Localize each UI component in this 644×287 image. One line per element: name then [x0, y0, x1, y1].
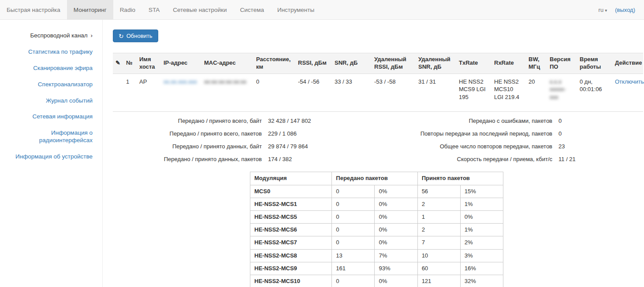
station-distance: 0	[253, 74, 295, 112]
sidebar-item-traffic-stats[interactable]: Статистика по трафику	[0, 44, 102, 60]
modulation-col-tx: Передано пакетов	[332, 172, 417, 185]
nav-tabs: Быстрая настройка Мониторинг Radio STA С…	[0, 0, 321, 19]
modulation-row: HE-NSS2-MCS7 0 0% 7 2%	[250, 236, 503, 249]
modulation-row: HE-NSS2-MCS9 161 93% 60 16%	[250, 262, 503, 275]
station-row: 1 AP xx.xx.xxx.xxx xx:xx:xx:xx:xx:xx 0 -…	[113, 74, 643, 112]
traffic-stats-right: Передано с ошибками, пакетов 0 Повторы п…	[362, 114, 643, 166]
station-num: 1	[123, 74, 137, 112]
tab-tools[interactable]: Инструменты	[271, 0, 321, 19]
stat-row: Общее число повторов передачи, пакетов 2…	[362, 140, 643, 153]
col-header-snr: SNR, дБ	[332, 53, 372, 74]
col-header-distance: Расстояние, км	[253, 53, 295, 74]
sidebar-item-network-info[interactable]: Сетевая информация	[0, 109, 102, 125]
modulation-row: HE-NSS2-MCS10 0 0% 121 32%	[250, 275, 503, 287]
stat-value: 229 / 1 086	[268, 127, 311, 140]
main-content: ↻ Обновить ✎ № Имя хоста IP-адрес MAC-ад…	[103, 20, 644, 287]
modulation-table: Модуляция Передано пакетов Принято пакет…	[250, 172, 503, 287]
language-dropdown[interactable]: ru▾	[599, 7, 607, 13]
stat-row: Передано / принято данных, пакетов 174 /…	[113, 153, 311, 166]
modulation-col-name: Модуляция	[250, 172, 332, 185]
stat-label: Общее число повторов передачи, пакетов	[362, 140, 558, 153]
station-remote-snr: 31 / 31	[416, 74, 456, 112]
refresh-icon: ↻	[119, 33, 124, 39]
stat-row: Передано / принято всего, байт 32 428 / …	[113, 114, 311, 127]
stat-value: 23	[558, 140, 643, 153]
sidebar-item-radio-interfaces-info[interactable]: Информация о радиоинтерфейсах	[0, 125, 102, 149]
stat-label: Передано / принято данных, пакетов	[113, 153, 268, 166]
stat-label: Передано с ошибками, пакетов	[362, 114, 558, 127]
stat-label: Передано / принято всего, байт	[113, 114, 268, 127]
stat-row: Передано с ошибками, пакетов 0	[362, 114, 643, 127]
stat-label: Скорость передачи / приема, кбит/с	[362, 153, 558, 166]
sidebar-item-event-log[interactable]: Журнал событий	[0, 93, 102, 109]
tab-sta[interactable]: STA	[142, 0, 166, 19]
station-bw: 20	[526, 74, 547, 112]
tab-network-settings[interactable]: Сетевые настройки	[166, 0, 233, 19]
stations-table: ✎ № Имя хоста IP-адрес MAC-адрес Расстоя…	[113, 53, 643, 112]
modulation-row: HE-NSS2-MCS5 0 0% 1 0%	[250, 210, 503, 223]
station-host: AP	[137, 74, 161, 112]
stat-row: Скорость передачи / приема, кбит/с 11 / …	[362, 153, 643, 166]
modulation-header-row: Модуляция Передано пакетов Принято пакет…	[250, 172, 503, 185]
modulation-col-rx: Принято пакетов	[417, 172, 503, 185]
stat-label: Передано / принято всего, пакетов	[113, 127, 268, 140]
tab-monitoring[interactable]: Мониторинг	[67, 0, 113, 19]
stations-header-row: ✎ № Имя хоста IP-адрес MAC-адрес Расстоя…	[113, 53, 643, 74]
stat-value: 0	[558, 114, 643, 127]
edit-column-header: ✎	[113, 53, 123, 74]
station-snr: 33 / 33	[332, 74, 372, 112]
station-version: x.x.x xxxxx-xxx	[547, 74, 577, 112]
disconnect-link[interactable]: Отключить	[615, 78, 644, 85]
sidebar-item-wireless-channel[interactable]: Беспроводной канал ›	[0, 28, 102, 44]
stat-row: Передано / принято всего, пакетов 229 / …	[113, 127, 311, 140]
sidebar-item-device-info[interactable]: Информация об устройстве	[0, 149, 102, 165]
station-rxrate: HE NSS2 MCS10 LGI 219.4	[491, 74, 526, 112]
refresh-button[interactable]: ↻ Обновить	[113, 29, 158, 42]
modulation-row: MCS0 0 0% 56 15%	[250, 185, 503, 198]
station-ip-link[interactable]: xx.xx.xxx.xxx	[164, 78, 197, 85]
traffic-stats-left: Передано / принято всего, байт 32 428 / …	[113, 114, 362, 166]
col-header-txrate: TxRate	[456, 53, 491, 74]
traffic-stats: Передано / принято всего, байт 32 428 / …	[113, 114, 643, 166]
stat-row: Передано / принято данных, байт 29 874 /…	[113, 140, 311, 153]
stat-label: Передано / принято данных, байт	[113, 140, 268, 153]
stat-value: 29 874 / 79 864	[268, 140, 311, 153]
col-header-version: Версия ПО	[547, 53, 577, 74]
station-txrate: HE NSS2 MCS9 LGI 195	[456, 74, 491, 112]
col-header-ip: IP-адрес	[161, 53, 201, 74]
stat-value: 0	[558, 127, 643, 140]
caret-down-icon: ▾	[605, 8, 607, 13]
station-ip: xx.xx.xxx.xxx	[161, 74, 201, 112]
col-header-rssi: RSSI, дБм	[295, 53, 332, 74]
modulation-row: HE-NSS2-MCS8 13 7% 10 3%	[250, 249, 503, 262]
page-layout: Беспроводной канал › Статистика по трафи…	[0, 20, 644, 287]
sidebar-item-spectrum-analyzer[interactable]: Спектроанализатор	[0, 77, 102, 93]
stat-value: 174 / 382	[268, 153, 311, 166]
col-header-bw: BW, МГц	[526, 53, 547, 74]
refresh-button-label: Обновить	[127, 33, 153, 39]
tab-quick-setup[interactable]: Быстрая настройка	[0, 0, 67, 19]
pencil-icon[interactable]: ✎	[115, 59, 120, 66]
col-header-remote-rssi: Удаленный RSSI, дБм	[372, 53, 416, 74]
chevron-right-icon: ›	[91, 32, 93, 39]
navbar-right: ru▾ (выход)	[599, 0, 644, 19]
station-edit-cell	[113, 74, 123, 112]
logout-link[interactable]: (выход)	[615, 7, 635, 13]
top-navbar: Быстрая настройка Мониторинг Radio STA С…	[0, 0, 644, 20]
station-uptime: 0 дн, 00:01:06	[577, 74, 612, 112]
modulation-row: HE-NSS2-MCS1 0 0% 2 1%	[250, 198, 503, 210]
tab-radio[interactable]: Radio	[113, 0, 142, 19]
station-remote-rssi: -53 / -58	[372, 74, 416, 112]
col-header-num: №	[123, 53, 137, 74]
col-header-uptime: Время работы	[577, 53, 612, 74]
modulation-row: HE-NSS2-MCS6 0 0% 2 1%	[250, 224, 503, 236]
tab-system[interactable]: Система	[234, 0, 271, 19]
col-header-action: Действие	[612, 53, 643, 74]
col-header-host: Имя хоста	[137, 53, 161, 74]
station-action: Отключить	[612, 74, 643, 112]
sidebar-item-air-scan[interactable]: Сканирование эфира	[0, 60, 102, 77]
stat-row: Повторы передачи за последний период, па…	[362, 127, 643, 140]
station-rssi: -54 / -56	[295, 74, 332, 112]
col-header-remote-snr: Удаленный SNR, дБ	[416, 53, 456, 74]
col-header-mac: MAC-адрес	[201, 53, 253, 74]
